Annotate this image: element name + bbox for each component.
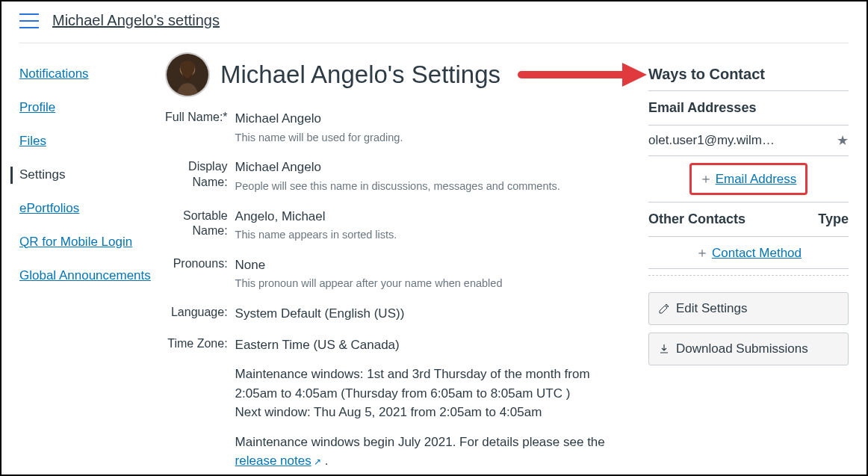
type-header: Type xyxy=(818,211,849,227)
full-name-hint: This name will be used for grading. xyxy=(235,130,633,146)
sidebar-item-qr-login[interactable]: QR for Mobile Login xyxy=(19,234,165,251)
dashed-separator xyxy=(648,275,849,276)
pronouns-hint: This pronoun will appear after your name… xyxy=(235,276,633,292)
external-link-icon: ↗ xyxy=(311,457,321,467)
sortable-name-hint: This name appears in sorted lists. xyxy=(235,227,633,244)
timezone-label: Time Zone: xyxy=(165,331,235,477)
release-notes-link[interactable]: release notes xyxy=(235,454,311,468)
notes-suffix: . xyxy=(321,454,328,468)
edit-settings-button[interactable]: Edit Settings xyxy=(648,292,849,325)
maintenance-line2: Next window: Thu Aug 5, 2021 from 2:05am… xyxy=(235,405,542,419)
svg-marker-3 xyxy=(622,63,647,87)
pronouns-value: None xyxy=(235,256,633,275)
download-submissions-button[interactable]: Download Submissions xyxy=(648,333,849,365)
add-contact-link[interactable]: Contact Method xyxy=(712,246,802,260)
email-value: olet.user1@my.wilm… xyxy=(648,133,775,148)
full-name-label: Full Name:* xyxy=(165,105,235,153)
full-name-value: Michael Angelo xyxy=(235,109,633,129)
sidebar-item-notifications[interactable]: Notifications xyxy=(19,66,165,83)
add-email-link[interactable]: Email Address xyxy=(716,172,797,186)
email-addresses-header: Email Addresses xyxy=(648,91,849,126)
sortable-name-value: Angelo, Michael xyxy=(235,207,633,226)
display-name-label: DisplayName: xyxy=(165,153,235,202)
download-icon xyxy=(658,343,670,355)
hamburger-menu-icon[interactable] xyxy=(19,13,39,28)
right-column: Ways to Contact Email Addresses olet.use… xyxy=(648,66,849,476)
language-label: Language: xyxy=(165,300,235,331)
notes-prefix: Maintenance windows begin July 2021. For… xyxy=(235,435,605,449)
ways-to-contact-title: Ways to Contact xyxy=(648,66,849,91)
sidebar-item-eportfolios[interactable]: ePortfolios xyxy=(19,200,165,217)
maintenance-line1: Maintenance windows: 1st and 3rd Thursda… xyxy=(235,367,590,401)
breadcrumb[interactable]: Michael Angelo's settings xyxy=(52,12,220,29)
sidebar-item-files[interactable]: Files xyxy=(19,133,165,150)
add-email-highlight: ＋Email Address xyxy=(689,163,808,195)
avatar[interactable] xyxy=(165,52,210,97)
timezone-value: Eastern Time (US & Canada) xyxy=(235,336,633,355)
arrow-annotation-icon xyxy=(514,60,648,90)
sortable-name-label: SortableName: xyxy=(165,203,235,251)
sidebar-item-settings[interactable]: Settings xyxy=(10,167,165,184)
display-name-hint: People will see this name in discussions… xyxy=(235,179,633,195)
main-content: Michael Angelo's Settings Full Name:* Mi… xyxy=(165,66,648,476)
star-icon[interactable]: ★ xyxy=(837,132,849,149)
display-name-value: Michael Angelo xyxy=(235,158,633,177)
other-contacts-header: Other Contacts Type xyxy=(648,202,849,237)
download-submissions-label: Download Submissions xyxy=(676,341,808,356)
language-value: System Default (English (US)) xyxy=(235,304,633,324)
pencil-icon xyxy=(658,303,670,315)
page-title: Michael Angelo's Settings xyxy=(220,61,500,89)
sidebar: Notifications Profile Files Settings ePo… xyxy=(19,66,165,476)
pronouns-label: Pronouns: xyxy=(165,251,235,300)
plus-icon: ＋ xyxy=(699,170,713,188)
email-row[interactable]: olet.user1@my.wilm… ★ xyxy=(648,126,849,156)
sidebar-item-profile[interactable]: Profile xyxy=(19,99,165,117)
sidebar-item-global-announcements[interactable]: Global Announcements xyxy=(19,268,165,285)
plus-icon: ＋ xyxy=(695,244,709,262)
edit-settings-label: Edit Settings xyxy=(676,301,747,316)
topbar: Michael Angelo's settings xyxy=(19,12,849,43)
